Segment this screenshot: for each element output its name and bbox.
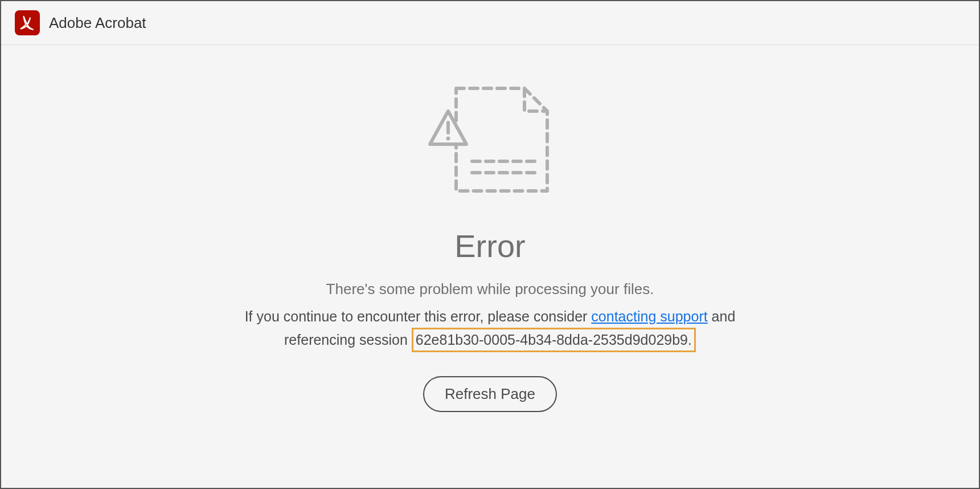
error-subtitle: There's some problem while processing yo…: [326, 280, 654, 298]
error-content: Error There's some problem while process…: [1, 45, 979, 412]
svg-point-3: [446, 137, 450, 141]
error-document-icon: [416, 77, 564, 205]
error-description-prefix: If you continue to encounter this error,…: [245, 308, 592, 324]
error-heading: Error: [454, 227, 525, 264]
contact-support-link[interactable]: contacting support: [591, 308, 707, 324]
acrobat-logo-icon: [15, 10, 40, 35]
error-description: If you continue to encounter this error,…: [240, 306, 741, 352]
refresh-page-button[interactable]: Refresh Page: [423, 376, 557, 412]
app-title: Adobe Acrobat: [49, 14, 146, 32]
session-id: 62e81b30-0005-4b34-8dda-2535d9d029b9.: [412, 328, 696, 353]
app-header: Adobe Acrobat: [1, 1, 979, 45]
